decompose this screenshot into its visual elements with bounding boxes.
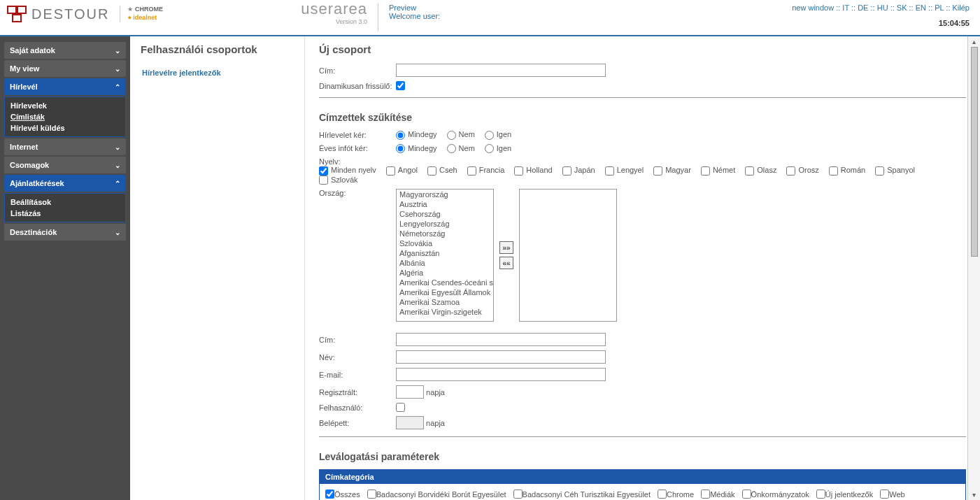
cat-checkbox-7[interactable]: Web	[880, 490, 904, 499]
move-left-button[interactable]: ««	[499, 257, 513, 269]
nev-input[interactable]	[396, 350, 606, 364]
cat-checkbox-4[interactable]: Médiák	[701, 490, 734, 499]
new-window-link[interactable]: new window	[792, 3, 834, 12]
chevron-down-icon: ⌄	[115, 162, 120, 169]
sidebar-my-view[interactable]: My view⌄	[4, 60, 126, 77]
evesinfo-label: Éves infót kér:	[319, 144, 396, 152]
lang-checkbox-lengyel[interactable]: Lengyel	[605, 166, 644, 176]
felhasznalo-checkbox[interactable]	[396, 403, 405, 412]
group-item[interactable]: Hírlevélre jelentkezők	[141, 66, 294, 80]
cat-checkbox-3[interactable]: Chrome	[658, 490, 694, 499]
sidebar-hirlevel[interactable]: Hírlevél⌃	[4, 78, 126, 95]
divider	[319, 436, 966, 437]
country-target-list[interactable]	[519, 189, 617, 322]
radio-nem-1[interactable]: Nem	[447, 130, 475, 140]
lang-checkbox-szlovák[interactable]: Szlovák	[319, 176, 358, 185]
lang-checkbox-olasz[interactable]: Olasz	[745, 166, 776, 176]
lang-checkbox-holland[interactable]: Holland	[514, 166, 552, 176]
move-right-button[interactable]: »»	[499, 241, 513, 254]
scroll-down-icon[interactable]: ▾	[972, 491, 976, 499]
lang-pl[interactable]: PL	[935, 3, 944, 12]
cimkategoria-body: ÖsszesBadacsonyi Borvidéki Borút Egyesül…	[320, 484, 965, 500]
levalogatas-title: Leválogatási paraméterek	[319, 451, 966, 462]
country-option[interactable]: Szlovákia	[397, 238, 493, 248]
country-option[interactable]: Németország	[397, 229, 493, 238]
scrollbar-thumb[interactable]	[971, 47, 978, 257]
cim2-input[interactable]	[396, 333, 606, 346]
radio-nem-2[interactable]: Nem	[447, 144, 475, 154]
country-option[interactable]: Amerikai Csendes-óceáni s	[397, 278, 493, 287]
sidebar-hirlevelek[interactable]: Hírlevelek	[7, 100, 123, 111]
cat-checkbox-2[interactable]: Badacsonyi Céh Turisztikai Egyesület	[513, 490, 651, 499]
radio-igen-1[interactable]: Igen	[485, 130, 511, 140]
lang-checkbox-cseh[interactable]: Cseh	[427, 166, 457, 176]
preview-link[interactable]: Preview	[389, 3, 416, 12]
lang-checkbox-japán[interactable]: Japán	[562, 166, 595, 176]
list-panel: Felhasználói csoportok Hírlevélre jelent…	[130, 36, 305, 500]
lang-hu[interactable]: HU	[877, 3, 888, 12]
radio-igen-2[interactable]: Igen	[485, 144, 511, 154]
country-option[interactable]: Algéria	[397, 268, 493, 278]
welcome-text: Welcome user:	[389, 12, 440, 20]
country-option[interactable]: Magyarország	[397, 190, 493, 199]
sidebar-listazas[interactable]: Listázás	[7, 208, 123, 219]
sidebar-sajat-adatok[interactable]: Saját adatok⌄	[4, 42, 126, 59]
chevron-down-icon: ⌄	[115, 143, 120, 151]
cim-input[interactable]	[396, 64, 606, 77]
logo-icon	[7, 3, 28, 24]
sidebar-csomagok[interactable]: Csomagok⌄	[4, 157, 126, 173]
lang-checkbox-minden-nyelv[interactable]: Minden nyelv	[319, 166, 376, 176]
napja-text2: napja	[426, 419, 445, 427]
country-source-list[interactable]: MagyarországAusztriaCsehországLengyelors…	[396, 189, 494, 322]
cat-checkbox-0[interactable]: Összes	[325, 490, 360, 499]
sidebar-hirlevel-kuldes[interactable]: Hírlevél küldés	[7, 122, 123, 134]
lang-checkbox-román[interactable]: Román	[829, 166, 865, 176]
lang-checkbox-francia[interactable]: Francia	[467, 166, 505, 176]
chevron-up-icon: ⌃	[115, 180, 120, 187]
country-option[interactable]: Amerikai Egyesült Államok	[397, 287, 493, 297]
list-panel-title: Felhasználói csoportok	[141, 43, 294, 55]
dinamikus-label: Dinamikusan frissülő:	[319, 82, 396, 90]
lang-de[interactable]: DE	[858, 3, 868, 12]
felhasznalo-label: Felhasználó:	[319, 403, 396, 412]
country-option[interactable]: Lengyelország	[397, 219, 493, 229]
cat-checkbox-1[interactable]: Badacsonyi Borvidéki Borút Egyesület	[367, 490, 506, 499]
cat-checkbox-5[interactable]: Önkormányzatok	[742, 490, 809, 499]
email-input[interactable]	[396, 368, 606, 381]
country-option[interactable]: Albánia	[397, 258, 493, 268]
sidebar-cimlistak[interactable]: Címlisták	[7, 111, 123, 122]
sidebar-ajanlat-body: Beállítások Listázás	[4, 193, 126, 222]
sidebar-internet[interactable]: Internet⌄	[4, 138, 126, 155]
country-option[interactable]: Csehország	[397, 209, 493, 219]
outer-scrollbar[interactable]: ▴ ▾	[967, 36, 980, 500]
dual-list: MagyarországAusztriaCsehországLengyelors…	[396, 189, 617, 322]
divider	[319, 97, 966, 98]
cat-checkbox-6[interactable]: Új jelentkezők	[816, 490, 873, 499]
lang-en[interactable]: EN	[916, 3, 926, 12]
lang-checkbox-angol[interactable]: Angol	[386, 166, 418, 176]
lang-it[interactable]: IT	[842, 3, 849, 12]
country-option[interactable]: Ausztria	[397, 199, 493, 209]
regisztralt-input[interactable]	[396, 385, 424, 399]
sidebar-ajanlatkeresek[interactable]: Ajánlatkérések⌃	[4, 175, 126, 192]
top-right: new window :: IT :: DE :: HU :: SK :: EN…	[781, 0, 980, 31]
lang-checkbox-magyar[interactable]: Magyar	[653, 166, 691, 176]
radio-mindegy-2[interactable]: Mindegy	[396, 144, 437, 154]
logout-link[interactable]: Kilép	[953, 3, 970, 12]
country-option[interactable]: Amerikai Virgin-szigetek	[397, 307, 493, 317]
dinamikus-checkbox[interactable]	[396, 81, 405, 90]
sidebar-beallitasok[interactable]: Beállítások	[7, 197, 123, 208]
row-felhasznalo: Felhasználó:	[319, 403, 966, 412]
lang-checkbox-spanyol[interactable]: Spanyol	[875, 166, 915, 176]
lang-sk[interactable]: SK	[897, 3, 907, 12]
country-option[interactable]: Amerikai Szamoa	[397, 297, 493, 307]
scroll-up-icon[interactable]: ▴	[972, 38, 976, 45]
row-hirlevelet: Hírlevelet kér: Mindegy Nem Igen	[319, 130, 966, 140]
lang-checkbox-német[interactable]: Német	[701, 166, 735, 176]
lang-checkbox-orosz[interactable]: Orosz	[786, 166, 818, 176]
sidebar-desztinaciok[interactable]: Desztinációk⌄	[4, 224, 126, 241]
country-option[interactable]: Afganisztán	[397, 248, 493, 258]
radio-mindegy-1[interactable]: Mindegy	[396, 130, 437, 140]
top-links: new window :: IT :: DE :: HU :: SK :: EN…	[792, 3, 970, 12]
nev-label: Név:	[319, 353, 396, 362]
